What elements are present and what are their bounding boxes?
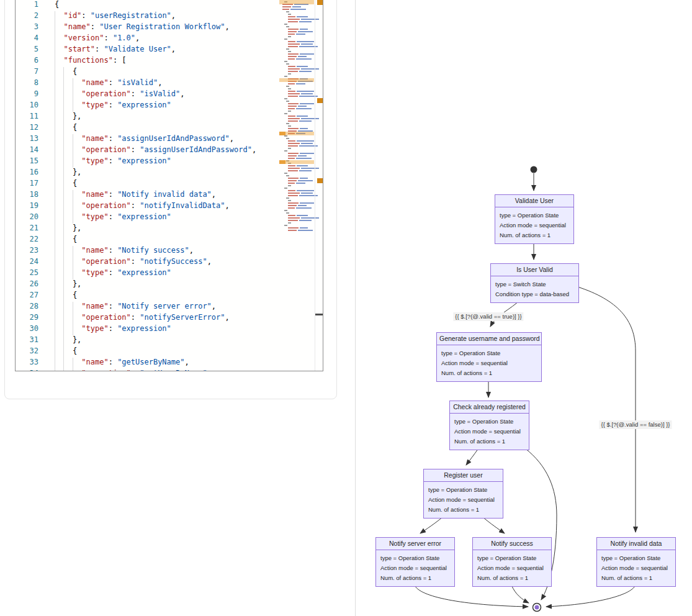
state-node-attribute: Num. of actions = 1	[477, 573, 547, 583]
state-node-body: type = Operation StateAction mode = sequ…	[495, 207, 573, 243]
state-node-title: Is User Valid	[491, 264, 578, 276]
state-node-title: Notify success	[473, 538, 551, 550]
state-node-body: type = Operation StateAction mode = sequ…	[437, 345, 541, 381]
state-node-attribute: type = Operation State	[477, 553, 547, 563]
state-node-attribute: Num. of actions = 1	[601, 573, 671, 583]
state-node-attribute: type = Operation State	[454, 417, 524, 427]
edge-notify-success-to-end	[511, 585, 529, 603]
end-state-node-dot	[535, 605, 539, 610]
state-node-notify-invalid-data: Notify invalid datatype = Operation Stat…	[596, 537, 676, 587]
state-node-attribute: type = Operation State	[428, 485, 498, 495]
edge-condition-label: {{ $.[?(@.valid == true)] }}	[453, 312, 523, 321]
state-node-notify-server-error: Notify server errortype = Operation Stat…	[375, 537, 455, 587]
state-node-check-already-registered: Check already registeredtype = Operation…	[449, 401, 529, 450]
state-node-title: Register user	[424, 469, 503, 482]
state-node-attribute: Num. of actions = 1	[428, 505, 498, 515]
state-node-attribute: Action mode = sequential	[454, 427, 524, 437]
edge-is-user-valid-to-notify-invalid-data	[578, 287, 636, 532]
state-node-attribute: Num. of actions = 1	[441, 368, 537, 378]
state-node-attribute: type = Operation State	[601, 553, 671, 563]
edge-register-user-to-notify-server-error	[420, 517, 443, 533]
state-node-attribute: Action mode = sequential	[601, 563, 671, 573]
state-node-title: Notify server error	[376, 538, 454, 550]
state-node-body: type = Operation StateAction mode = sequ…	[450, 414, 529, 450]
state-node-is-user-valid: Is User Validtype = Switch StateConditio…	[490, 263, 579, 303]
state-node-title: Notify invalid data	[597, 538, 675, 550]
workflow-edges	[0, 0, 692, 616]
state-node-attribute: type = Operation State	[380, 553, 450, 563]
state-node-attribute: Action mode = sequential	[380, 563, 450, 573]
state-node-attribute: Num. of actions = 1	[500, 230, 569, 240]
state-node-notify-success: Notify successtype = Operation StateActi…	[472, 537, 552, 587]
state-node-title: Generate username and password	[437, 333, 541, 345]
edge-notify-invalid-data-to-end	[546, 585, 636, 607]
state-node-attribute: Num. of actions = 1	[380, 573, 450, 583]
edge-notify-server-error-to-end	[415, 585, 528, 607]
state-node-body: type = Switch StateCondition type = data…	[491, 276, 578, 302]
state-node-attribute: type = Switch State	[495, 279, 574, 289]
edge-register-user-to-notify-success	[482, 517, 505, 533]
state-node-title: Validate User	[495, 195, 573, 207]
state-node-generate-username-and-password: Generate username and passwordtype = Ope…	[436, 332, 542, 382]
state-node-validate-user: Validate Usertype = Operation StateActio…	[495, 194, 574, 244]
edge-condition-label: {{ $.[?(@.valid == false)] }}	[599, 420, 672, 429]
state-node-attribute: Action mode = sequential	[428, 495, 498, 505]
state-node-body: type = Operation StateAction mode = sequ…	[376, 550, 454, 586]
state-node-attribute: Action mode = sequential	[441, 358, 537, 368]
state-node-title: Check already registered	[450, 401, 529, 414]
state-node-body: type = Operation StateAction mode = sequ…	[597, 550, 675, 586]
start-state-node	[531, 166, 537, 173]
state-node-attribute: Action mode = sequential	[477, 563, 547, 573]
state-node-attribute: Num. of actions = 1	[454, 437, 524, 446]
state-node-attribute: type = Operation State	[441, 348, 537, 358]
state-node-attribute: Condition type = data-based	[495, 289, 574, 299]
state-node-register-user: Register usertype = Operation StateActio…	[423, 469, 503, 519]
state-node-body: type = Operation StateAction mode = sequ…	[473, 550, 551, 586]
state-node-body: type = Operation StateAction mode = sequ…	[424, 482, 503, 518]
state-node-attribute: type = Operation State	[500, 211, 569, 220]
state-node-attribute: Action mode = sequential	[500, 220, 569, 230]
workflow-diagram-panel: Validate Usertype = Operation StateActio…	[0, 0, 692, 616]
edge-check-already-registered-to-register-user	[466, 448, 479, 465]
